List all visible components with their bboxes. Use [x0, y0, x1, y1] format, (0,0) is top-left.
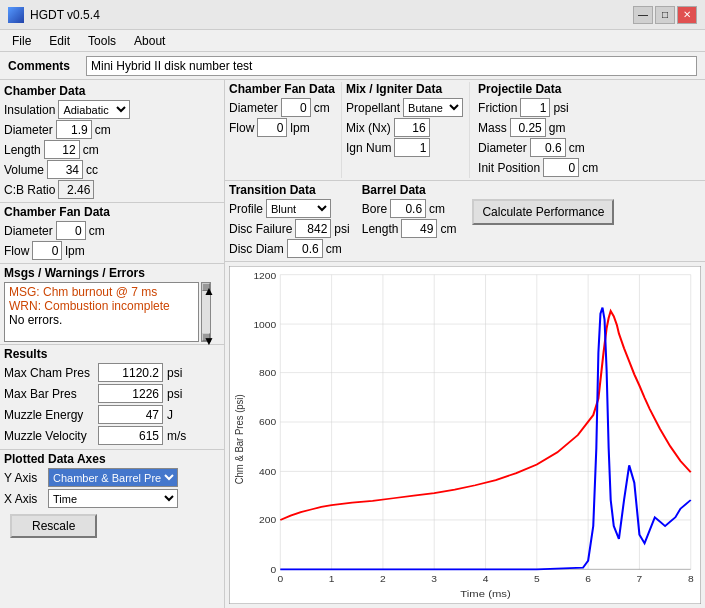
barrel-panel: Barrel Data Bore cm Length cm — [362, 183, 467, 239]
close-button[interactable]: ✕ — [677, 6, 697, 24]
y-axis-label: Y Axis — [4, 471, 44, 485]
calculate-button[interactable]: Calculate Performance — [472, 199, 614, 225]
propellant-select[interactable]: Butane — [403, 98, 463, 117]
svg-text:2: 2 — [380, 574, 386, 584]
svg-text:1000: 1000 — [253, 319, 276, 329]
transition-panel: Transition Data Profile Blunt Disc Failu… — [229, 183, 356, 259]
right-column: Chamber Fan Data Diameter cm Flow lpm Mi… — [225, 80, 705, 608]
app-icon — [8, 7, 24, 23]
chamber-length-unit: cm — [83, 143, 99, 157]
profile-select[interactable]: Blunt — [266, 199, 331, 218]
transition-title: Transition Data — [229, 183, 350, 197]
menu-bar: File Edit Tools About — [0, 30, 705, 52]
title-bar: HGDT v0.5.4 — □ ✕ — [0, 0, 705, 30]
mass-input[interactable] — [510, 118, 546, 137]
chart-svg: Chm & Bar Pres (psi) — [229, 266, 701, 604]
muzzle-velocity-unit: m/s — [167, 429, 186, 443]
svg-text:0: 0 — [270, 565, 276, 575]
left-column: Chamber Data Insulation Adiabatic Diamet… — [0, 80, 225, 608]
cf-title-right: Chamber Fan Data — [229, 82, 335, 96]
max-bar-pres-unit: psi — [167, 387, 182, 401]
rescale-button[interactable]: Rescale — [10, 514, 97, 538]
chamber-diameter-row: Diameter cm — [4, 120, 130, 139]
svg-text:4: 4 — [483, 574, 489, 584]
menu-tools[interactable]: Tools — [80, 32, 124, 50]
init-position-input[interactable] — [543, 158, 579, 177]
content-area: Chamber Data Insulation Adiabatic Diamet… — [0, 80, 705, 608]
svg-text:3: 3 — [431, 574, 437, 584]
projectile-panel: Projectile Data Friction psi Mass gm Dia… — [474, 82, 598, 178]
svg-text:600: 600 — [259, 417, 276, 427]
svg-text:8: 8 — [688, 574, 694, 584]
fan-diameter-input[interactable] — [56, 221, 86, 240]
max-cham-pres-input[interactable] — [98, 363, 163, 382]
messages-section: Msgs / Warnings / Errors MSG: Chm burnou… — [0, 264, 224, 345]
cb-ratio-row: C:B Ratio — [4, 180, 130, 199]
chamber-volume-input[interactable] — [47, 160, 83, 179]
mid-row: Chamber Fan Data Diameter cm Flow lpm — [0, 203, 224, 264]
disc-failure-input[interactable] — [295, 219, 331, 238]
svg-text:5: 5 — [534, 574, 540, 584]
x-axis-select[interactable]: Time — [48, 489, 178, 508]
menu-edit[interactable]: Edit — [41, 32, 78, 50]
fan-flow-input[interactable] — [32, 241, 62, 260]
menu-file[interactable]: File — [4, 32, 39, 50]
mix-nx-input[interactable] — [394, 118, 430, 137]
chamber-diameter-unit: cm — [95, 123, 111, 137]
barrel-title: Barrel Data — [362, 183, 457, 197]
message-line-2: WRN: Combustion incomplete — [9, 299, 194, 313]
x-axis-label: X Axis — [4, 492, 44, 506]
maximize-button[interactable]: □ — [655, 6, 675, 24]
insulation-select[interactable]: Adiabatic — [58, 100, 130, 119]
svg-text:400: 400 — [259, 467, 276, 477]
messages-scrollbar[interactable]: ▲ ▼ — [201, 282, 211, 342]
muzzle-velocity-input[interactable] — [98, 426, 163, 445]
svg-rect-0 — [229, 266, 701, 604]
scroll-down-arrow[interactable]: ▼ — [202, 333, 210, 341]
cf-diameter-right[interactable] — [281, 98, 311, 117]
cf-flow-right[interactable] — [257, 118, 287, 137]
chamber-length-label: Length — [4, 143, 41, 157]
max-bar-pres-input[interactable] — [98, 384, 163, 403]
scroll-up-arrow[interactable]: ▲ — [202, 283, 210, 291]
muzzle-energy-label: Muzzle Energy — [4, 408, 94, 422]
message-line-3: No errors. — [9, 313, 194, 327]
cf-panel-right: Chamber Fan Data Diameter cm Flow lpm — [229, 82, 342, 178]
muzzle-energy-unit: J — [167, 408, 173, 422]
disc-diam-input[interactable] — [287, 239, 323, 258]
chamber-diameter-label: Diameter — [4, 123, 53, 137]
fan-flow-label: Flow — [4, 244, 29, 258]
max-cham-pres-unit: psi — [167, 366, 182, 380]
title-text: HGDT v0.5.4 — [30, 8, 100, 22]
svg-text:1: 1 — [329, 574, 335, 584]
svg-text:Time (ms): Time (ms) — [460, 589, 510, 599]
axes-title: Plotted Data Axes — [4, 452, 220, 466]
title-bar-left: HGDT v0.5.4 — [8, 7, 100, 23]
svg-text:Chm & Bar Pres (psi): Chm & Bar Pres (psi) — [234, 394, 246, 484]
chamber-fan-panel: Chamber Fan Data Diameter cm Flow lpm — [4, 205, 114, 261]
messages-title: Msgs / Warnings / Errors — [4, 266, 220, 280]
comments-input[interactable] — [86, 56, 697, 76]
projectile-title: Projectile Data — [478, 82, 598, 96]
muzzle-energy-input[interactable] — [98, 405, 163, 424]
comments-bar: Comments — [0, 52, 705, 80]
top-right-panels: Chamber Fan Data Diameter cm Flow lpm Mi… — [225, 80, 705, 181]
chamber-fan-title: Chamber Fan Data — [4, 205, 110, 219]
barrel-length-input[interactable] — [401, 219, 437, 238]
proj-diameter-input[interactable] — [530, 138, 566, 157]
fan-flow-unit: lpm — [65, 244, 84, 258]
minimize-button[interactable]: — — [633, 6, 653, 24]
chamber-diameter-input[interactable] — [56, 120, 92, 139]
insulation-label: Insulation — [4, 103, 55, 117]
max-bar-pres-label: Max Bar Pres — [4, 387, 94, 401]
ign-num-input[interactable] — [394, 138, 430, 157]
chamber-data-panel: Chamber Data Insulation Adiabatic Diamet… — [4, 84, 136, 200]
svg-text:200: 200 — [259, 515, 276, 525]
y-axis-select[interactable]: Chamber & Barrel Pressur — [48, 468, 178, 487]
chart-container: Chm & Bar Pres (psi) — [229, 266, 701, 604]
menu-about[interactable]: About — [126, 32, 173, 50]
bore-input[interactable] — [390, 199, 426, 218]
muzzle-velocity-label: Muzzle Velocity — [4, 429, 94, 443]
chamber-length-input[interactable] — [44, 140, 80, 159]
friction-input[interactable] — [520, 98, 550, 117]
